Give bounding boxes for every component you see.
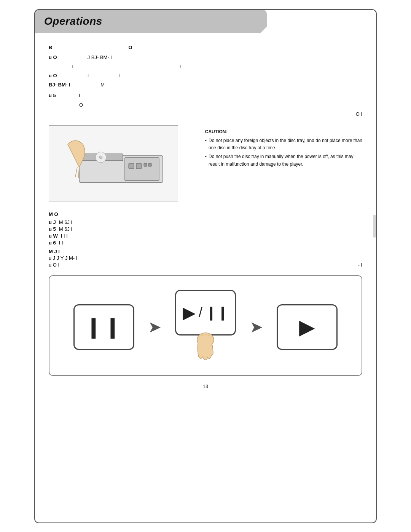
caution-text-2: Do not push the disc tray in manually wh… — [209, 153, 362, 168]
caution-item-2: • Do not push the disc tray in manually … — [205, 153, 362, 168]
svg-rect-1 — [125, 158, 159, 181]
step-row-1: u J M 6J I — [49, 219, 362, 225]
caution-item-1: • Do not place any foreign objects in th… — [205, 137, 362, 152]
svg-rect-5 — [148, 163, 151, 166]
row3-left: u O — [49, 72, 57, 80]
play-icon: ▶ — [299, 315, 315, 339]
caution-section: CAUTION: • Do not place any foreign obje… — [205, 125, 362, 168]
caution-text-1: Do not place any foreign objects in the … — [209, 137, 362, 152]
finger-svg — [190, 330, 221, 364]
bullet-2: • — [205, 153, 207, 168]
device-svg — [56, 133, 170, 194]
note1-row: u J J Y J M- I — [49, 255, 362, 261]
diagram-box: ❙❙ ➤ ▶ / ❙❙ — [49, 275, 362, 376]
scrollbar[interactable] — [373, 215, 376, 238]
header-bar: Operations — [35, 10, 267, 33]
play-pause-button-shape: ▶ / ❙❙ — [175, 290, 236, 335]
image-col — [49, 125, 193, 204]
row2-left-indent: I — [72, 62, 73, 71]
page-number: 13 — [49, 380, 362, 392]
device-image — [49, 125, 178, 201]
row1-right: J BJ- BM- I — [88, 53, 112, 62]
note2-end: - I — [358, 262, 362, 268]
svg-rect-4 — [144, 163, 147, 166]
section1-text: B O u O J BJ- BM- I I I u O I I BJ- BM- … — [49, 43, 362, 118]
arrow-icon-2: ➤ — [250, 318, 263, 336]
play-pause-icon: ▶ / ❙❙ — [183, 304, 228, 321]
arrow-icon-1: ➤ — [148, 318, 161, 336]
col-o-label: O — [128, 43, 132, 52]
row6-right: O I — [356, 110, 362, 118]
play-triangle-icon: ▶ — [183, 304, 196, 321]
note2-text: u O I — [49, 262, 59, 268]
row1-left: u O — [49, 53, 57, 62]
content-area: B O u O J BJ- BM- I I I u O I I BJ- BM- … — [35, 33, 376, 399]
svg-rect-3 — [136, 163, 142, 169]
row4-right: M — [100, 81, 105, 89]
step-row-2: u 5 M 6J I — [49, 226, 362, 232]
step-row-3: u W I I I — [49, 233, 362, 239]
svg-point-8 — [99, 156, 102, 159]
row5-left: u 5 — [49, 91, 56, 100]
steps-section: M O u J M 6J I u 5 M 6J I u W I I I u 6 — [49, 211, 362, 268]
page-container: Operations B O u O J BJ- BM- I I I u O I… — [34, 9, 377, 523]
step1-text: M 6J I — [59, 219, 72, 225]
bullet-1: • — [205, 137, 207, 152]
note2-row: u O I - I — [49, 262, 362, 268]
row2-right: I — [180, 62, 181, 71]
row4-left: BJ- BM- I — [49, 81, 70, 89]
step1-bullet: u J — [49, 219, 56, 225]
two-col-section: CAUTION: • Do not place any foreign obje… — [49, 125, 362, 204]
caution-col: CAUTION: • Do not place any foreign obje… — [205, 125, 362, 204]
svg-rect-2 — [129, 163, 134, 169]
page-title: Operations — [44, 15, 102, 27]
step2-text: M 6J I — [59, 226, 72, 232]
pause-bars-icon: ❙❙ — [206, 306, 228, 320]
pause-button-shape: ❙❙ — [73, 304, 134, 350]
note1-label: M J I — [49, 249, 60, 254]
pause-icon: ❙❙ — [85, 317, 123, 337]
caution-title: CAUTION: — [205, 128, 362, 136]
step-row-4: u 6 I I — [49, 240, 362, 246]
section2-header: M O — [49, 211, 58, 217]
step3-bullet: u W — [49, 233, 58, 239]
play-button-shape: ▶ — [277, 304, 338, 350]
svg-line-9 — [75, 167, 77, 177]
step3-text: I I I — [61, 233, 68, 239]
step2-bullet: u 5 — [49, 226, 56, 232]
col-b-label: B — [49, 43, 52, 52]
slash-divider: / — [199, 306, 202, 320]
row5-mid: O — [79, 102, 83, 108]
step4-bullet: u 6 — [49, 240, 56, 246]
finger-container: ▶ / ❙❙ — [175, 290, 236, 364]
row3-right: I — [119, 72, 121, 80]
note1-text: u J J Y J M- I — [49, 255, 77, 261]
row5-right: I — [79, 91, 80, 100]
step4-text: I I — [59, 240, 63, 246]
row3-mid: I — [88, 72, 89, 80]
